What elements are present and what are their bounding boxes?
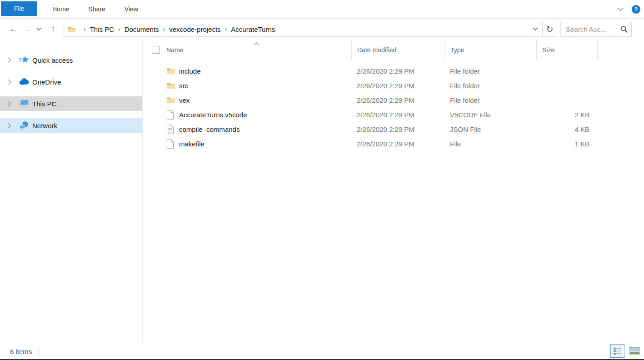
column-header-size[interactable]: Size [536, 40, 598, 60]
column-header-type-label: Type [450, 46, 464, 54]
file-row-makefile[interactable]: makefile 2/26/2020 2:29 PM File 1 KB [150, 136, 644, 151]
file-type: File folder [444, 82, 536, 90]
file-date: 2/26/2020 2:29 PM [351, 125, 444, 133]
file-date: 2/26/2020 2:29 PM [351, 82, 444, 90]
folder-icon [166, 82, 179, 89]
file-date: 2/26/2020 2:29 PM [351, 111, 444, 119]
sidebar-item-onedrive[interactable]: OneDrive [0, 75, 142, 89]
expand-chevron-icon[interactable] [5, 101, 14, 107]
column-header-row: Name Date modified Type Size [150, 40, 644, 60]
tab-file-label: File [14, 5, 25, 12]
thumbnail-view-icon [629, 347, 640, 355]
file-list: include 2/26/2020 2:29 PM File folder sr… [150, 64, 644, 151]
status-divider [38, 347, 39, 356]
file-type: File folder [444, 67, 536, 75]
breadcrumb-accurateturns[interactable]: AccurateTurns [231, 25, 275, 33]
file-list-pane: Name Date modified Type Size [143, 40, 644, 345]
expand-chevron-icon[interactable] [5, 57, 14, 63]
file-type: JSON File [444, 125, 536, 133]
column-header-type[interactable]: Type [444, 40, 536, 60]
file-explorer-window: File Home Share View ? ← → ↑ [0, 0, 644, 360]
breadcrumb-separator: › [80, 25, 90, 33]
file-size: 1 KB [536, 140, 598, 148]
items-count: 6 items [10, 348, 32, 355]
column-header-size-label: Size [542, 46, 554, 54]
tab-view[interactable]: View [115, 2, 148, 16]
file-name: include [179, 67, 351, 75]
folder-icon [166, 67, 179, 75]
ribbon-collapse-chevron-icon[interactable] [615, 5, 625, 15]
file-type: File [444, 140, 536, 148]
address-bar[interactable]: › This PC › Documents › vexcode-projects… [64, 22, 557, 37]
this-pc-monitor-icon [18, 100, 30, 108]
file-name: src [179, 82, 351, 90]
search-box [560, 22, 632, 37]
folder-icon [166, 96, 179, 104]
large-icons-view-button[interactable] [627, 344, 641, 358]
tab-file[interactable]: File [1, 1, 37, 16]
file-text-icon [166, 125, 179, 134]
status-bar: 6 items [0, 344, 644, 359]
help-icon[interactable]: ? [632, 5, 640, 14]
file-name: compile_commands [179, 125, 351, 133]
recent-locations-chevron-icon[interactable] [34, 22, 44, 36]
forward-button[interactable]: → [20, 22, 34, 36]
file-size: 4 KB [536, 125, 598, 133]
refresh-icon[interactable]: ↻ [542, 22, 557, 36]
file-date: 2/26/2020 2:29 PM [351, 96, 444, 104]
sidebar-item-quick-access[interactable]: Quick access [0, 53, 142, 67]
breadcrumb-documents[interactable]: Documents [125, 25, 159, 33]
breadcrumb-separator: › [114, 25, 125, 33]
details-view-icon [614, 347, 621, 355]
tab-home-label: Home [52, 5, 69, 13]
navigation-pane: Quick access OneDrive [0, 40, 143, 345]
sidebar-item-label: Network [32, 122, 57, 130]
onedrive-cloud-icon [18, 78, 30, 85]
file-date: 2/26/2020 2:29 PM [351, 140, 444, 148]
column-header-date-label: Date modified [357, 46, 396, 54]
search-icon[interactable] [620, 25, 628, 35]
file-icon [166, 139, 179, 149]
tab-share-label: Share [88, 5, 105, 13]
breadcrumb-separator: › [221, 25, 231, 33]
back-button[interactable]: ← [6, 22, 20, 36]
file-row-include[interactable]: include 2/26/2020 2:29 PM File folder [150, 64, 644, 78]
sidebar-item-label: Quick access [32, 56, 73, 64]
breadcrumb-this-pc[interactable]: This PC [90, 25, 114, 33]
network-globe-icon [18, 121, 30, 130]
sort-ascending-icon [254, 40, 260, 47]
file-icon [166, 110, 179, 120]
address-dropdown-chevron-icon[interactable] [529, 22, 542, 36]
file-row-vex[interactable]: vex 2/26/2020 2:29 PM File folder [150, 93, 644, 107]
file-date: 2/26/2020 2:29 PM [351, 67, 444, 75]
sidebar-item-network[interactable]: Network [0, 118, 142, 133]
navigation-toolbar: ← → ↑ › This PC › Documents › vexcode-pr… [0, 19, 644, 40]
details-view-button[interactable] [610, 344, 624, 358]
column-header-name-label: Name [166, 46, 183, 54]
ribbon-tabbar: File Home Share View ? [0, 0, 644, 19]
tab-view-label: View [125, 5, 138, 13]
column-header-date-modified[interactable]: Date modified [351, 40, 444, 60]
quick-access-star-icon [18, 55, 30, 65]
expand-chevron-icon[interactable] [5, 123, 14, 129]
file-row-accurateturns-v5code[interactable]: AccurateTurns.v5code 2/26/2020 2:29 PM V… [150, 107, 644, 122]
tab-home[interactable]: Home [43, 2, 79, 16]
file-row-compile-commands[interactable]: compile_commands 2/26/2020 2:29 PM JSON … [150, 122, 644, 136]
file-name: vex [179, 96, 351, 104]
help-label: ? [634, 6, 638, 13]
file-type: File folder [444, 96, 536, 104]
file-type: V5CODE File [444, 111, 536, 119]
sidebar-item-this-pc[interactable]: This PC [0, 96, 142, 111]
file-name: makefile [179, 140, 351, 148]
breadcrumb-vexcode-projects[interactable]: vexcode-projects [169, 25, 220, 33]
address-folder-icon [68, 26, 76, 33]
file-row-src[interactable]: src 2/26/2020 2:29 PM File folder [150, 78, 644, 93]
up-button[interactable]: ↑ [46, 22, 60, 36]
file-name: AccurateTurns.v5code [179, 111, 351, 119]
breadcrumb-separator: › [159, 25, 170, 33]
tab-share[interactable]: Share [79, 2, 115, 16]
sidebar-item-label: This PC [32, 100, 56, 108]
select-all-checkbox[interactable] [150, 40, 166, 60]
expand-chevron-icon[interactable] [5, 79, 14, 85]
file-size: 2 KB [536, 111, 598, 119]
